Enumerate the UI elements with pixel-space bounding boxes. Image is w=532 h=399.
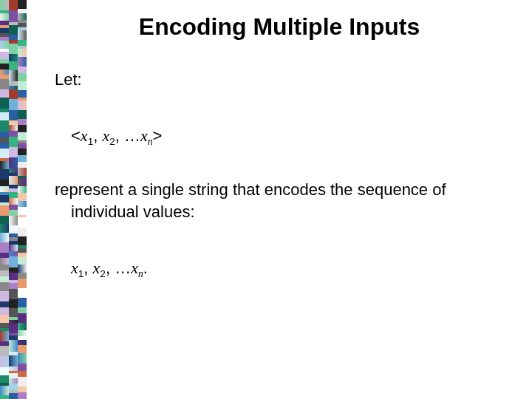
tuple-expression: <x1, x2, …xn> (71, 125, 517, 147)
tuple-close: > (153, 126, 163, 145)
represent-line-1: represent a single string that encodes t… (55, 180, 446, 199)
seq-period: . (143, 259, 148, 277)
seq-var-n: x (131, 259, 138, 277)
seq-sub-2: 2 (100, 268, 106, 279)
seq-ellipsis: , … (106, 259, 131, 277)
slide-content: Encoding Multiple Inputs Let: <x1, x2, …… (27, 0, 532, 399)
represent-text: represent a single string that encodes t… (55, 179, 517, 222)
seq-sep-1: , (83, 259, 92, 277)
decorative-sidebar (0, 0, 27, 399)
tuple-sub-2: 2 (109, 136, 115, 147)
let-label: Let: (55, 69, 517, 91)
tuple-var-1: x (81, 126, 88, 145)
seq-var-1: x (71, 259, 78, 277)
tuple-sub-n: n (148, 136, 153, 147)
tuple-var-n: x (140, 126, 148, 145)
sequence-expression: x1, x2, …xn. (71, 257, 517, 279)
seq-var-2: x (93, 259, 100, 277)
seq-sub-n: n (138, 268, 143, 279)
represent-line-2: individual values: (71, 201, 517, 223)
tuple-var-2: x (102, 126, 109, 145)
tuple-sep-1: , (93, 126, 102, 145)
slide-title: Encoding Multiple Inputs (27, 13, 532, 41)
tuple-open: < (71, 126, 81, 145)
tuple-ellipsis: , … (115, 126, 140, 145)
